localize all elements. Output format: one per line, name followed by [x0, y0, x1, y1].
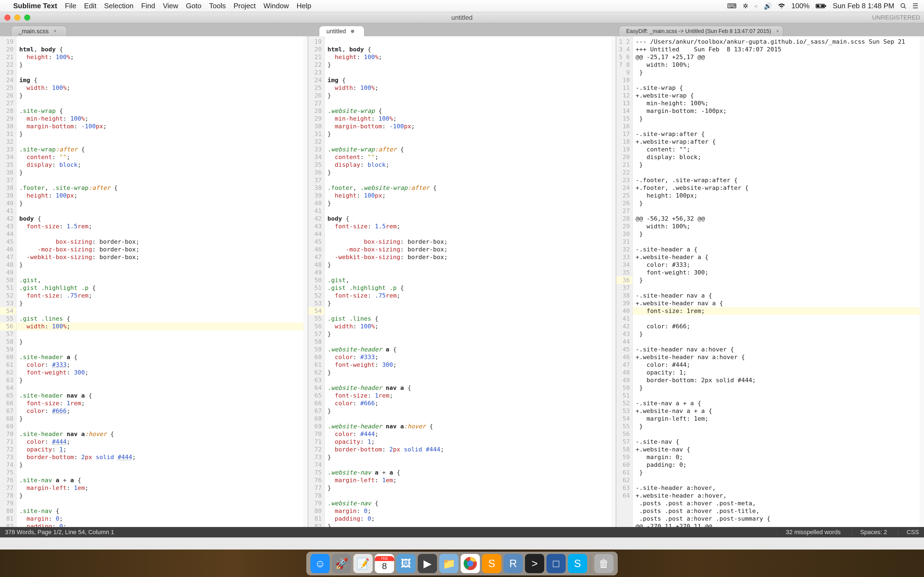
dock-textedit-icon[interactable]: 📝	[354, 554, 373, 573]
dock-trash-icon[interactable]: 🗑	[594, 554, 614, 573]
wifi-icon[interactable]	[778, 3, 785, 9]
battery-icon[interactable]	[816, 3, 827, 9]
menu-icon[interactable]: ☰	[913, 2, 919, 10]
menu-tools[interactable]: Tools	[209, 2, 226, 10]
code-area[interactable]: --- /Users/ankur/toolbox/ankur-gupta.git…	[633, 36, 919, 527]
menu-window[interactable]: Window	[263, 2, 289, 10]
sublime-window: untitled UNREGISTERED _main.scss × untit…	[0, 12, 924, 550]
tab-main-scss[interactable]: _main.scss ×	[11, 26, 67, 36]
line-gutter: 19 20 21 22 23 24 25 26 27 28 29 30 31 3…	[308, 36, 325, 527]
keyboard-icon[interactable]: ⌨	[727, 2, 737, 10]
battery-percent[interactable]: 100%	[791, 2, 809, 10]
window-titlebar: untitled UNREGISTERED	[0, 12, 924, 23]
svg-point-9	[468, 561, 472, 566]
dock-launchpad-icon[interactable]: 🚀	[332, 554, 351, 573]
menu-goto[interactable]: Goto	[186, 2, 201, 10]
status-syntax[interactable]: CSS	[898, 529, 919, 536]
tab-label: EasyDiff: _main.scss -> Untitled (Sun Fe…	[626, 28, 771, 34]
menu-selection[interactable]: Selection	[104, 2, 134, 10]
minimap[interactable]	[919, 36, 924, 527]
app-name[interactable]: Sublime Text	[13, 2, 57, 10]
svg-point-3	[901, 3, 905, 7]
svg-line-4	[904, 7, 906, 8]
tab-label: untitled	[326, 28, 346, 35]
tab-label: _main.scss	[18, 28, 48, 35]
menu-project[interactable]: Project	[233, 2, 256, 10]
dock-chrome-icon[interactable]	[460, 554, 480, 573]
notifications-icon[interactable]: ✲	[743, 2, 748, 10]
status-bar: 378 Words, Page 1/2, Line 54, Column 1 3…	[0, 527, 924, 537]
spotlight-icon[interactable]	[900, 3, 906, 9]
line-gutter: 19 20 21 22 23 24 25 26 27 28 29 30 31 3…	[0, 36, 16, 527]
clock[interactable]: Sun Feb 8 1:48 PM	[833, 2, 894, 10]
editor-panes: 19 20 21 22 23 24 25 26 27 28 29 30 31 3…	[0, 36, 924, 527]
minimap[interactable]	[303, 36, 308, 527]
pane-right: 1 2 3 4 5 6 7 8 9 10 11 12 13 14 15 16 1…	[616, 36, 924, 527]
unregistered-label: UNREGISTERED	[872, 14, 920, 21]
menu-find[interactable]: Find	[141, 2, 155, 10]
dock-sublime-icon[interactable]: S	[482, 554, 501, 573]
dock-preview-icon[interactable]: 🖼	[396, 554, 415, 573]
menu-edit[interactable]: Edit	[84, 2, 97, 10]
status-position[interactable]: 378 Words, Page 1/2, Line 54, Column 1	[5, 529, 114, 536]
close-tab-icon[interactable]: ×	[776, 28, 779, 34]
dock-folder-icon[interactable]: 📁	[439, 554, 459, 573]
dock-rstudio-icon[interactable]: R	[504, 554, 523, 573]
dock-calendar-icon[interactable]: FEB8	[375, 554, 394, 573]
dock-virtualbox-icon[interactable]: □	[546, 554, 566, 573]
dock-quicktime-icon[interactable]: ▶	[418, 554, 437, 573]
window-title: untitled	[0, 14, 924, 21]
volume-icon[interactable]: 🔊	[764, 2, 772, 10]
pane-center: 19 20 21 22 23 24 25 26 27 28 29 30 31 3…	[308, 36, 617, 527]
minimap[interactable]	[611, 36, 616, 527]
bluetooth-icon[interactable]: ᚜	[754, 2, 758, 10]
dock: ☺🚀📝FEB8🖼▶📁SR>□S🗑	[306, 552, 618, 575]
tab-untitled[interactable]: untitled	[319, 26, 364, 36]
status-indent[interactable]: Spaces: 2	[852, 529, 887, 536]
tab-row: _main.scss × untitled EasyDiff: _main.sc…	[0, 23, 924, 36]
dock-terminal-icon[interactable]: >	[525, 554, 544, 573]
dirty-indicator-icon	[351, 30, 354, 33]
dock-finder-icon[interactable]: ☺	[310, 554, 330, 573]
tab-easydiff[interactable]: EasyDiff: _main.scss -> Untitled (Sun Fe…	[619, 26, 783, 36]
macos-menubar: Sublime Text File Edit Selection Find Vi…	[0, 0, 924, 12]
menu-help[interactable]: Help	[297, 2, 311, 10]
menu-file[interactable]: File	[65, 2, 76, 10]
pane-left: 19 20 21 22 23 24 25 26 27 28 29 30 31 3…	[0, 36, 308, 527]
code-area[interactable]: html, body { height: 100%; } img { width…	[325, 36, 612, 527]
code-area[interactable]: html, body { height: 100%; } img { width…	[16, 36, 303, 527]
status-spell[interactable]: 32 misspelled words	[777, 529, 841, 536]
svg-rect-2	[825, 5, 826, 7]
menu-view[interactable]: View	[163, 2, 178, 10]
dock-skype-icon[interactable]: S	[568, 554, 587, 573]
dock-separator	[590, 555, 591, 572]
line-gutter: 1 2 3 4 5 6 7 8 9 10 11 12 13 14 15 16 1…	[616, 36, 633, 527]
close-tab-icon[interactable]: ×	[53, 28, 57, 34]
